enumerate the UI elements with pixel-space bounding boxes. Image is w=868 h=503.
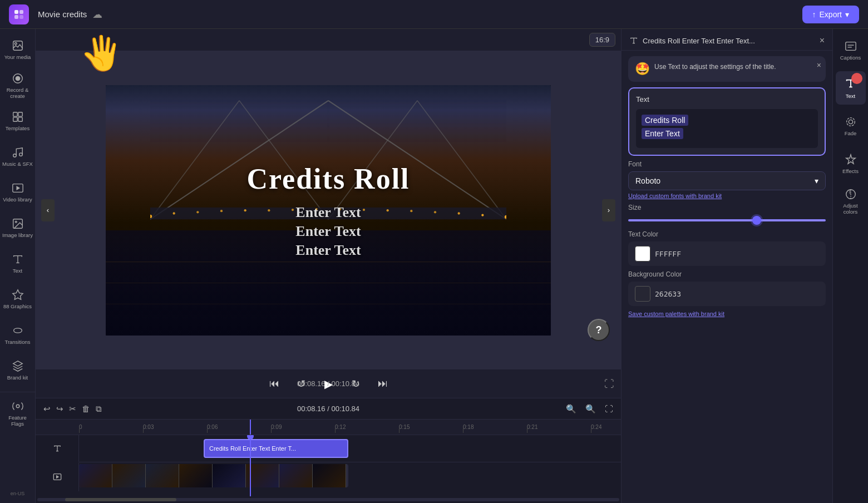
save-palette-link[interactable]: Save custom palettes with brand kit (628, 310, 826, 317)
rsidebar-item-fade[interactable]: Fade (836, 109, 866, 142)
text-color-swatch[interactable] (635, 246, 650, 262)
clip-thumb-6 (246, 464, 279, 487)
svg-point-29 (196, 211, 199, 213)
clip-thumb-1 (79, 464, 112, 487)
export-chevron: ▾ (845, 10, 849, 19)
effects-label: Effects (842, 168, 859, 174)
topbar-right: ↑ Export ▾ (802, 6, 859, 23)
svg-point-6 (16, 76, 19, 80)
panel-title: Credits Roll Enter Text Enter Text... (643, 37, 755, 45)
sidebar-item-label-music: Music & SFX (2, 161, 33, 167)
duplicate-button[interactable]: ⧉ (93, 402, 104, 416)
rsidebar-item-effects[interactable]: Effects (836, 147, 866, 180)
ruler-12: 0:12 (335, 424, 399, 430)
upload-fonts-link[interactable]: Upload custom fonts with brand kit (628, 193, 826, 199)
video-track-label (36, 462, 79, 491)
text-track-content[interactable]: Credits Roll Enter Text Enter T... (79, 435, 621, 462)
captions-icon (845, 40, 857, 52)
save-palette-text: Save custom palettes (628, 310, 687, 317)
svg-point-5 (14, 43, 17, 45)
panel-header: Credits Roll Enter Text Enter Text... × (622, 29, 832, 51)
video-clip[interactable] (79, 464, 348, 487)
sidebar-item-feature-flags[interactable]: Feature Flags (2, 397, 33, 430)
adjust-colors-icon (845, 188, 857, 200)
zoom-in-button[interactable]: 🔍 (583, 402, 598, 416)
panel-text-icon (629, 36, 638, 45)
collapse-right-button[interactable]: › (602, 199, 615, 221)
bg-color-section: Background Color 262633 (628, 270, 826, 306)
property-panel: 🤩 Use Text to adjust the settings of the… (622, 51, 832, 503)
sidebar-item-text[interactable]: Text (2, 247, 33, 280)
sidebar-item-transitions[interactable]: Transitions (2, 318, 33, 352)
svg-rect-48 (845, 42, 855, 50)
sidebar-item-music[interactable]: Music & SFX (2, 140, 33, 174)
sidebar-item-image-library[interactable]: Image library (2, 211, 33, 245)
collapse-left-button[interactable]: ‹ (41, 199, 55, 221)
cut-button[interactable]: ✂ (67, 402, 78, 416)
project-title: Movie credits (38, 9, 87, 19)
size-section-label: Size (628, 204, 826, 211)
bg-color-hex: 262633 (655, 290, 681, 298)
text-icon-wrapper (845, 77, 857, 91)
skip-forward-button[interactable]: ⏭ (374, 374, 391, 393)
timeline-toolbar: ↩ ↪ ✂ 🗑 ⧉ 00:08.16 / 00:10.84 🔍 🔍 ⛶ (36, 398, 621, 420)
text-line-1[interactable]: Credits Roll (642, 115, 688, 126)
bg-color-row: 262633 (628, 282, 826, 306)
sidebar-item-label-record: Record & create (2, 87, 33, 100)
undo-button[interactable]: ↩ (41, 402, 53, 416)
time-display: 00:08.16 / 00:10.84 (297, 379, 359, 388)
text-clip-label: Credits Roll Enter Text Enter T... (209, 445, 296, 452)
tooltip-close-button[interactable]: × (817, 61, 821, 70)
scrollbar-thumb[interactable] (65, 498, 176, 501)
font-select[interactable]: Roboto ▾ (628, 171, 826, 190)
clip-thumb-8 (313, 464, 346, 487)
right-sidebar: Captions Text Fade Effects Adjust colors (832, 29, 868, 503)
size-section: Size (628, 204, 826, 226)
enter-texts: Enter Text Enter Text Enter Text (246, 204, 410, 258)
video-preview[interactable]: Credits Roll Enter Text Enter Text Enter… (106, 85, 551, 336)
text-track-icon (53, 444, 62, 453)
text-edit-area[interactable]: Credits Roll Enter Text (636, 109, 818, 148)
sidebar-item-record[interactable]: Record & create (2, 69, 33, 102)
zoom-controls: 🔍 🔍 ⛶ (564, 402, 615, 416)
sidebar-item-graphics[interactable]: 88 Graphics (2, 283, 33, 316)
sidebar-item-your-media[interactable]: Your media (2, 33, 33, 67)
sidebar-item-label-text: Text (13, 268, 22, 274)
bg-color-swatch[interactable] (635, 286, 650, 302)
fullscreen-button[interactable]: ⛶ (603, 402, 615, 416)
size-slider-thumb[interactable] (752, 216, 761, 225)
redo-button[interactable]: ↪ (54, 402, 66, 416)
delete-button[interactable]: 🗑 (80, 402, 92, 416)
sidebar-item-label-graphics: 88 Graphics (3, 303, 32, 309)
text-clip[interactable]: Credits Roll Enter Text Enter T... (204, 439, 348, 458)
panel-close-button[interactable]: × (820, 36, 825, 46)
svg-rect-8 (13, 112, 17, 116)
font-chevron: ▾ (815, 176, 818, 185)
rsidebar-item-text[interactable]: Text (836, 71, 866, 105)
video-track-content[interactable] (79, 462, 621, 491)
app-logo[interactable] (9, 4, 29, 24)
sidebar-item-templates[interactable]: Templates (2, 105, 33, 138)
rsidebar-item-captions[interactable]: Captions (836, 33, 866, 67)
question-button[interactable]: ? (588, 319, 610, 341)
tooltip-box: 🤩 Use Text to adjust the settings of the… (628, 56, 826, 82)
zoom-out-button[interactable]: 🔍 (564, 402, 579, 416)
rsidebar-item-adjust-colors[interactable]: Adjust colors (836, 185, 866, 218)
timeline-scrollbar[interactable] (36, 496, 621, 503)
left-sidebar: Your media Record & create Templates Mus… (0, 29, 36, 503)
text-section-label: Text (636, 95, 818, 103)
clip-thumb-2 (112, 464, 146, 487)
export-icon: ↑ (812, 10, 816, 19)
ratio-badge: 16:9 (589, 33, 615, 47)
skip-back-button[interactable]: ⏮ (266, 374, 283, 393)
expand-icon[interactable]: ⛶ (604, 378, 614, 389)
sidebar-item-brand-kit[interactable]: Brand kit (2, 354, 33, 387)
size-slider-container[interactable] (628, 215, 826, 226)
svg-rect-10 (13, 117, 17, 121)
export-button[interactable]: ↑ Export ▾ (802, 6, 859, 23)
svg-point-17 (15, 221, 17, 223)
size-slider[interactable] (628, 219, 826, 221)
text-line-2[interactable]: Enter Text (642, 128, 683, 139)
topbar: Movie credits ☁ ↑ Export ▾ (0, 0, 868, 29)
sidebar-item-video-library[interactable]: Video library (2, 176, 33, 209)
